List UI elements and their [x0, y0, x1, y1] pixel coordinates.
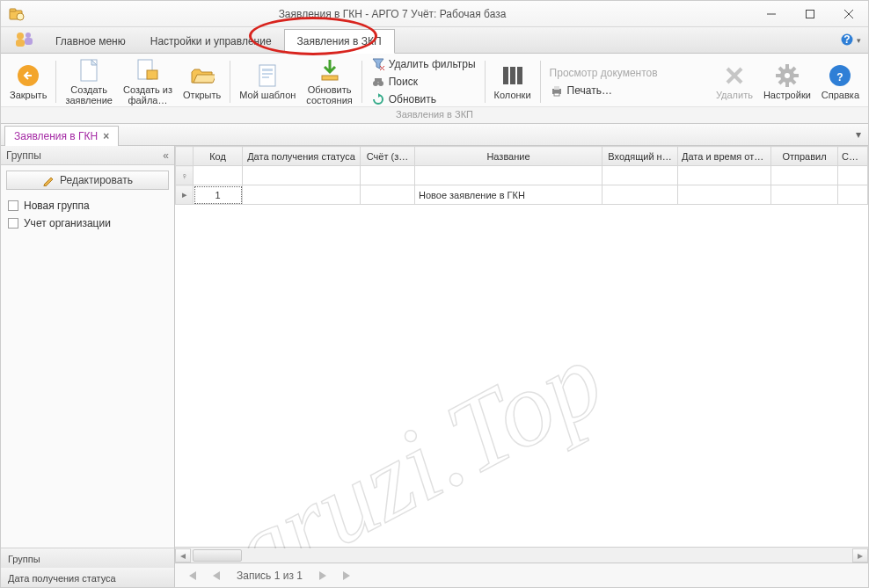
- groups-header: Группы «: [1, 146, 174, 165]
- people-icon: [11, 29, 36, 50]
- svg-line-42: [779, 68, 783, 71]
- cell-code[interactable]: 1: [194, 185, 243, 205]
- gear-icon: [775, 63, 800, 88]
- col-code[interactable]: Код: [194, 147, 243, 166]
- scroll-right-icon[interactable]: ▸: [852, 548, 868, 563]
- col-status-date[interactable]: Дата получения статуса: [243, 147, 361, 166]
- create-button[interactable]: Создать заявление: [60, 57, 118, 106]
- filter-row: ♀: [176, 166, 868, 185]
- data-row[interactable]: ▸ 1 Новое заявление в ГКН: [176, 185, 868, 205]
- nav-last-button[interactable]: [338, 567, 357, 584]
- columns-button[interactable]: Колонки: [489, 57, 537, 106]
- new-doc-from-file-icon: [135, 58, 160, 83]
- col-send-date[interactable]: Дата и время отп…: [678, 147, 771, 166]
- edit-groups-button[interactable]: Редактировать: [6, 171, 169, 190]
- refresh-button[interactable]: Обновить: [371, 91, 476, 107]
- horizontal-scrollbar[interactable]: ◂ ▸: [175, 547, 868, 563]
- checkbox[interactable]: [8, 218, 18, 229]
- new-doc-icon: [77, 58, 101, 83]
- svg-line-45: [779, 80, 783, 83]
- nav-first-button[interactable]: [182, 567, 201, 584]
- pencil-icon: [42, 174, 55, 186]
- col-account[interactable]: Счёт (з…: [361, 147, 415, 166]
- checkbox[interactable]: [8, 200, 18, 211]
- data-grid: Код Дата получения статуса Счёт (з… Назв…: [175, 146, 868, 587]
- close-tab-button[interactable]: Закрыть: [4, 57, 52, 106]
- my-template-button[interactable]: Мой шаблон: [234, 57, 301, 106]
- maximize-button[interactable]: [791, 1, 829, 27]
- search-button[interactable]: Поиск: [371, 74, 476, 90]
- grid-header: Код Дата получения статуса Счёт (з… Назв…: [175, 146, 868, 205]
- create-from-file-button[interactable]: Создать из файла…: [118, 57, 178, 106]
- system-menu[interactable]: [1, 1, 33, 27]
- cell-state[interactable]: [838, 185, 868, 205]
- ribbon-group-label: Заявления в ЗКП: [1, 106, 868, 123]
- filter-cell[interactable]: [194, 166, 243, 185]
- col-incoming[interactable]: Входящий н…: [602, 147, 678, 166]
- cell-name[interactable]: Новое заявление в ГКН: [415, 185, 602, 205]
- svg-rect-18: [259, 65, 275, 86]
- filter-cell[interactable]: [415, 166, 602, 185]
- record-navigator: Запись 1 из 1: [175, 563, 868, 587]
- close-button[interactable]: [829, 1, 868, 27]
- scroll-thumb[interactable]: [193, 549, 242, 562]
- open-button[interactable]: Открыть: [178, 57, 226, 106]
- window-title: Заявления в ГКН - АРГО 7 Учёт: Рабочая б…: [33, 8, 752, 20]
- tree-item-new-group[interactable]: Новая группа: [8, 197, 167, 214]
- tab-dropdown[interactable]: ▾: [849, 124, 868, 145]
- remove-filters-button[interactable]: Удалить фильтры: [371, 56, 476, 72]
- svg-point-8: [17, 33, 24, 40]
- col-state[interactable]: Со…: [838, 147, 868, 166]
- svg-point-3: [17, 13, 24, 20]
- svg-line-44: [792, 68, 795, 71]
- help-button[interactable]: ? Справка: [816, 57, 865, 106]
- bottombar-status-date[interactable]: Дата получения статуса: [1, 568, 174, 587]
- app-button[interactable]: [4, 26, 43, 53]
- filter-cell[interactable]: [243, 166, 361, 185]
- svg-point-10: [26, 33, 31, 38]
- svg-rect-29: [510, 67, 515, 84]
- minimize-button[interactable]: [752, 1, 791, 27]
- document-tab[interactable]: Заявления в ГКН ×: [4, 126, 119, 146]
- svg-rect-30: [517, 67, 522, 84]
- svg-rect-32: [554, 86, 559, 90]
- svg-text:?: ?: [843, 33, 850, 46]
- svg-rect-5: [807, 10, 814, 18]
- bottombar-groups[interactable]: Группы: [1, 548, 174, 568]
- funnel-remove-icon: [371, 57, 385, 71]
- menu-zayavleniya[interactable]: Заявления в ЗКП: [284, 29, 395, 54]
- window: Заявления в ГКН - АРГО 7 Учёт: Рабочая б…: [0, 0, 869, 588]
- cell-account[interactable]: [361, 185, 415, 205]
- scroll-left-icon[interactable]: ◂: [175, 548, 191, 563]
- delete-icon: [722, 63, 747, 88]
- svg-rect-9: [16, 40, 25, 47]
- svg-rect-19: [262, 69, 273, 71]
- col-name[interactable]: Название: [415, 147, 602, 166]
- columns-icon: [500, 63, 525, 88]
- tree-item-org-account[interactable]: Учет организации: [8, 214, 167, 232]
- cell-status-date[interactable]: [243, 185, 361, 205]
- collapse-panel-icon[interactable]: «: [163, 149, 169, 162]
- filter-cell[interactable]: [678, 166, 771, 185]
- tab-close-icon[interactable]: ×: [103, 130, 109, 142]
- menu-main[interactable]: Главное меню: [43, 30, 138, 53]
- svg-text:?: ?: [837, 71, 843, 83]
- help-dropdown[interactable]: ? ▾: [834, 27, 868, 53]
- filter-cell[interactable]: [771, 166, 838, 185]
- cell-incoming[interactable]: [602, 185, 678, 205]
- filter-indicator-icon[interactable]: ♀: [176, 166, 194, 185]
- filter-cell[interactable]: [602, 166, 678, 185]
- menu-settings[interactable]: Настройки и управление: [138, 30, 284, 53]
- print-button[interactable]: Печать…: [550, 83, 658, 98]
- refresh-statuses-button[interactable]: Обновить состояния: [301, 57, 357, 106]
- nav-next-button[interactable]: [313, 567, 332, 584]
- grid-body[interactable]: [175, 205, 868, 547]
- menubar: Главное меню Настройки и управление Заяв…: [1, 27, 868, 54]
- filter-cell[interactable]: [361, 166, 415, 185]
- filter-cell[interactable]: [838, 166, 868, 185]
- nav-prev-button[interactable]: [207, 567, 226, 584]
- cell-sent-by[interactable]: [771, 185, 838, 205]
- col-sent-by[interactable]: Отправил: [771, 147, 838, 166]
- settings-button[interactable]: Настройки: [758, 57, 816, 106]
- cell-send-date[interactable]: [678, 185, 771, 205]
